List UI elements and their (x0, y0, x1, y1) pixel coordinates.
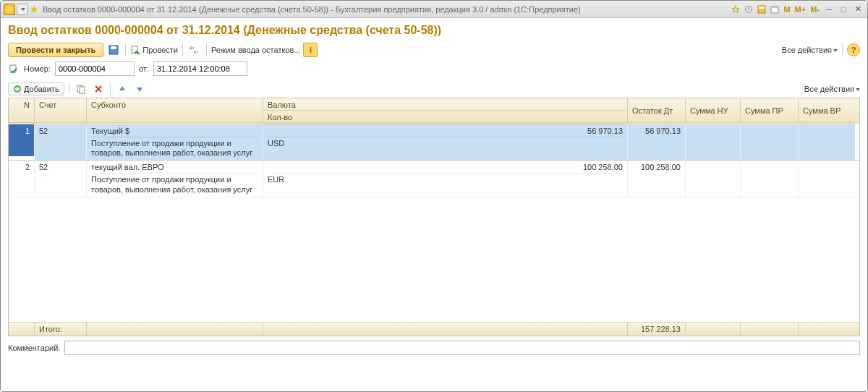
svg-text:Кт: Кт (194, 50, 198, 54)
table-all-actions-button[interactable]: Все действия (804, 85, 860, 93)
info-button[interactable]: i (303, 43, 318, 57)
add-label: Добавить (24, 85, 59, 93)
table-grid: N Счет Субконто Валюта Остаток Дт Сумма … (8, 98, 860, 336)
col-sum-pr[interactable]: Сумма ПР (741, 98, 799, 123)
delete-row-button[interactable] (91, 82, 106, 96)
window-title: Ввод остатков 0000-000004 от 31.12.2014 … (43, 5, 730, 14)
page-title: Ввод остатков 0000-000004 от 31.12.2014 … (8, 24, 860, 37)
maximize-button[interactable]: □ (837, 4, 850, 14)
window-titlebar: Ввод остатков 0000-000004 от 31.12.2014 … (1, 1, 867, 18)
cell-subconto: текущий вал. ЕВРО Поступление от продажи… (87, 161, 263, 196)
favorite-icon[interactable] (730, 4, 741, 15)
separator (206, 44, 207, 56)
cell-n: 1 (9, 124, 35, 156)
cell-currency: 100 258,00 EUR (263, 161, 628, 196)
dt-kt-button[interactable]: ДтКт (187, 43, 202, 57)
table-toolbar: Добавить Все действия (8, 82, 860, 96)
col-qty[interactable]: Кол-во (263, 110, 628, 124)
calculator-icon[interactable] (756, 4, 767, 15)
svg-rect-2 (759, 7, 765, 9)
cell-sum-vr (799, 161, 855, 196)
main-toolbar: Провести и закрыть Провести ДтКт Режим в… (8, 43, 860, 57)
cell-currency: 56 970,13 USD (263, 124, 628, 160)
post-button[interactable]: Провести (130, 45, 178, 55)
footer-total-dt: 157 228,13 (628, 323, 686, 336)
m-minus-button[interactable]: M- (809, 5, 821, 14)
separator (69, 83, 69, 95)
cell-account: 52 (35, 161, 87, 196)
table-row[interactable]: 2 52 текущий вал. ЕВРО Поступление от пр… (9, 161, 859, 197)
svg-rect-6 (111, 46, 116, 49)
comment-label: Комментарий: (8, 344, 60, 352)
post-label: Провести (142, 46, 178, 54)
cell-balance-dt: 100 258,00 (628, 161, 686, 196)
cell-n: 2 (9, 161, 35, 192)
cell-account: 52 (35, 124, 87, 160)
cell-sum-pr (741, 161, 799, 196)
app-1c-icon[interactable] (4, 4, 15, 15)
app-menu-dropdown[interactable] (17, 4, 28, 15)
m-plus-button[interactable]: M+ (793, 5, 808, 14)
cell-subconto: Текущий $ Поступление от продажи продукц… (87, 124, 263, 160)
star-icon[interactable] (30, 5, 38, 14)
separator (125, 44, 126, 56)
add-button[interactable]: Добавить (8, 82, 64, 95)
separator (842, 44, 843, 56)
svg-rect-13 (80, 87, 85, 93)
minimize-button[interactable]: ─ (822, 4, 835, 14)
all-actions-button[interactable]: Все действия (782, 46, 838, 54)
cell-balance-dt: 56 970,13 (628, 124, 686, 160)
col-sum-vr[interactable]: Сумма ВР (799, 98, 855, 123)
date-input[interactable] (153, 61, 247, 76)
post-and-close-button[interactable]: Провести и закрыть (8, 43, 103, 57)
footer-total-label: Итого: (35, 323, 87, 336)
history-icon[interactable] (743, 4, 754, 15)
separator (110, 83, 111, 95)
save-button[interactable] (106, 43, 121, 57)
from-label: от: (139, 64, 149, 73)
col-balance-dt[interactable]: Остаток Дт (628, 98, 686, 123)
number-label: Номер: (24, 64, 51, 73)
separator (182, 44, 183, 56)
svg-rect-4 (771, 7, 778, 8)
col-sum-nu[interactable]: Сумма НУ (686, 98, 741, 123)
table-row[interactable]: 1 52 Текущий $ Поступление от продажи пр… (9, 124, 859, 161)
help-button[interactable]: ? (847, 43, 860, 56)
cell-sum-nu (686, 124, 741, 160)
move-down-button[interactable] (132, 82, 147, 96)
entry-mode-button[interactable]: Режим ввода остатков... (211, 46, 301, 54)
comment-row: Комментарий: (8, 341, 860, 355)
copy-row-button[interactable] (74, 82, 88, 96)
move-up-button[interactable] (115, 82, 129, 96)
grid-body[interactable]: 1 52 Текущий $ Поступление от продажи пр… (9, 124, 859, 322)
comment-input[interactable] (64, 341, 860, 355)
form-row: Номер: от: (8, 61, 860, 76)
grid-header: N Счет Субконто Валюта Остаток Дт Сумма … (9, 98, 859, 124)
cell-sum-nu (686, 161, 741, 196)
cell-sum-vr (799, 124, 855, 160)
cell-sum-pr (741, 124, 799, 160)
grid-footer: Итого: 157 228,13 (9, 322, 859, 336)
calendar-icon[interactable] (769, 4, 780, 15)
number-input[interactable] (55, 61, 135, 76)
m-button[interactable]: M (782, 5, 791, 14)
close-button[interactable]: ✕ (851, 4, 864, 14)
document-posted-icon (8, 63, 20, 74)
